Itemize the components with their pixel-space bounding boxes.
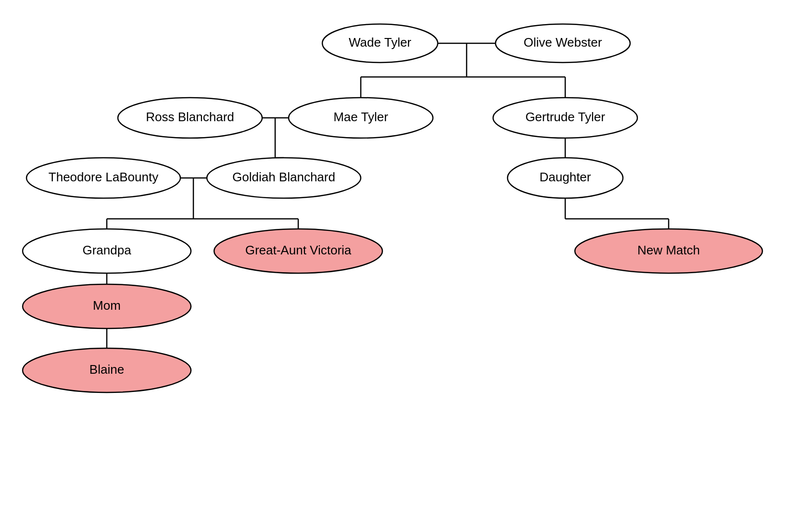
label-mom: Mom [93,298,121,313]
label-wade-tyler: Wade Tyler [349,35,411,50]
label-goldiah-blanchard: Goldiah Blanchard [232,170,335,184]
label-great-aunt-victoria: Great-Aunt Victoria [245,243,352,257]
label-grandpa: Grandpa [82,243,131,257]
label-gertrude-tyler: Gertrude Tyler [525,110,605,124]
label-blaine: Blaine [89,362,124,377]
family-tree: Wade Tyler Olive Webster Mae Tyler Ross … [0,0,812,505]
label-ross-blanchard: Ross Blanchard [146,110,234,124]
label-theodore-labounty: Theodore LaBounty [49,170,158,184]
label-olive-webster: Olive Webster [524,35,602,50]
label-mae-tyler: Mae Tyler [333,110,388,124]
label-daughter: Daughter [540,170,591,184]
label-new-match: New Match [637,243,700,257]
